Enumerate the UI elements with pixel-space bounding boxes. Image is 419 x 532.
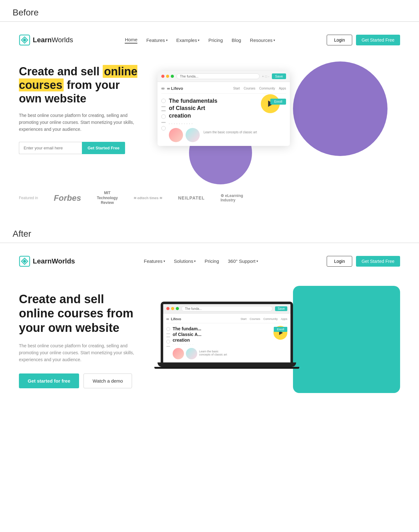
before-section: LearnWorlds Home Features ▾ Examples ▾ P…: [0, 22, 419, 221]
login-button-before[interactable]: Login: [327, 35, 352, 45]
laptop-sidebar-icon-4: [166, 340, 170, 344]
lifevo-name: ∞ Lifevo: [167, 86, 183, 91]
hero-right-after: The funda... Save ∞ Lifevo Start Courses: [158, 286, 400, 418]
get-started-free-button-after[interactable]: Get started for free: [19, 373, 79, 388]
chevron-icon: ▾: [164, 259, 165, 263]
browser-bar: The funda... + □ - Save: [158, 71, 290, 82]
laptop-lifevo-header: ∞ Lifevo Start Courses Community Apps: [166, 317, 287, 323]
laptop-course-title-row: The fundam...of Classic A...creation: [173, 326, 287, 343]
hero-title-after: Create and sell online courses from your…: [19, 292, 139, 335]
nav-pricing-after[interactable]: Pricing: [204, 258, 219, 264]
email-input-before[interactable]: [19, 142, 82, 154]
chevron-icon: ▾: [166, 38, 168, 42]
laptop-course-title: The fundam...of Classic A...creation: [173, 326, 201, 343]
hero-right-before: The funda... + □ - Save ∞ ∞ Lifevo Start: [158, 61, 400, 175]
dot-green: [171, 75, 174, 78]
laptop-avatars: Learn the basicconcepts of classic art: [173, 348, 287, 359]
laptop-content: ∞ Lifevo Start Courses Community Apps: [163, 314, 290, 363]
logo-before[interactable]: LearnWorlds: [19, 34, 73, 46]
laptop-url-bar: The funda...: [181, 306, 273, 311]
laptop-base-bottom: [154, 367, 299, 369]
laptop-container: The funda... Save ∞ Lifevo Start Courses: [161, 302, 400, 369]
laptop-save-button[interactable]: Save: [275, 306, 287, 311]
chevron-icon: ▾: [256, 259, 258, 263]
course-content-area: Enroll The fundamentalsof Classic Artcre…: [161, 97, 286, 142]
sidebar-icon-2: [161, 106, 166, 107]
laptop-avatar-female: [173, 348, 184, 359]
url-bar: The funda...: [176, 73, 260, 79]
lifevo-nav: Start Courses Community Apps: [233, 87, 286, 90]
laptop-nav-courses: Courses: [250, 317, 260, 321]
forbes-logo: Forbes: [54, 193, 81, 203]
nav-features-after[interactable]: Features ▾: [144, 258, 165, 264]
avatars-row: Learn the basic concepts of classic art: [169, 128, 286, 142]
laptop-browser-bar: The funda... Save: [163, 304, 290, 314]
cta-row-after: Get started for free Watch a demo: [19, 373, 139, 388]
hero-after: Create and sell online courses from your…: [19, 286, 400, 418]
lifevo-header: ∞ ∞ Lifevo Start Courses Community Apps: [161, 86, 286, 94]
sidebar-icon-5: [161, 122, 166, 123]
action-icon-box: □: [265, 75, 267, 78]
enroll-area: Enroll: [270, 97, 286, 105]
laptop-enroll-button[interactable]: Enroll: [274, 327, 287, 332]
avatar-male: [186, 128, 200, 142]
action-icon-plus: +: [262, 75, 264, 78]
login-button-after[interactable]: Login: [327, 256, 352, 267]
nav-support-after[interactable]: 360° Support ▾: [228, 258, 258, 264]
lifevo-nav-start: Start: [233, 87, 240, 90]
browser-actions: + □ -: [262, 75, 269, 78]
course-title-row: The fundamentalsof Classic Artcreation: [169, 97, 286, 122]
logo-icon: [19, 34, 30, 46]
chevron-icon: ▾: [194, 259, 196, 263]
course-main-content: Enroll The fundamentalsof Classic Artcre…: [169, 97, 286, 142]
logo-after[interactable]: LearnWorlds: [19, 256, 75, 267]
nav-solutions-after[interactable]: Solutions ▾: [174, 258, 196, 264]
url-text: The funda...: [180, 74, 198, 78]
nav-blog[interactable]: Blog: [232, 38, 241, 43]
laptop-sidebar: [166, 326, 170, 360]
dot-red: [161, 75, 164, 78]
laptop-lifevo-name: Lifevo: [171, 317, 181, 321]
laptop-nav-community: Community: [263, 317, 278, 321]
laptop-base: [158, 362, 296, 367]
get-started-hero-button[interactable]: Get Started Free: [82, 142, 125, 154]
enroll-button[interactable]: Enroll: [270, 99, 286, 105]
email-cta-row: Get Started Free: [19, 142, 139, 154]
browser-mockup-before: The funda... + □ - Save ∞ ∞ Lifevo Start: [158, 71, 290, 146]
laptop-dot-yellow: [171, 307, 174, 310]
sidebar-icon-6: [161, 126, 166, 130]
brand-name-after: LearnWorlds: [33, 257, 75, 265]
edtech-logo: ≋ edtech times ≋: [134, 196, 162, 200]
browser-content: ∞ ∞ Lifevo Start Courses Community Apps: [158, 82, 290, 146]
chevron-icon: ▾: [273, 38, 275, 42]
navbar-after: LearnWorlds Features ▾ Solutions ▾ Prici…: [19, 256, 400, 267]
highlight-text: online courses: [19, 65, 137, 91]
nav-home[interactable]: Home: [125, 37, 137, 43]
lifevo-logo: ∞: [161, 86, 164, 91]
laptop-learn-text: Learn the basicconcepts of classic art: [199, 348, 227, 359]
laptop-dots: [166, 307, 179, 310]
nav-examples[interactable]: Examples ▾: [176, 38, 200, 43]
get-started-button-after[interactable]: Get Started Free: [356, 256, 400, 267]
laptop-main-content: Enroll The fundam...of Classic A...creat…: [173, 326, 287, 360]
sidebar-icon-4: [161, 114, 166, 119]
nav-resources[interactable]: Resources ▾: [250, 38, 275, 43]
after-section: LearnWorlds Features ▾ Solutions ▾ Prici…: [0, 243, 419, 434]
nav-buttons-before: Login Get Started Free: [327, 35, 400, 45]
hero-before: Create and sell online courses from your…: [19, 61, 400, 175]
laptop-sidebar-icon-2: [166, 333, 170, 334]
watch-demo-button[interactable]: Watch a demo: [83, 373, 132, 388]
hero-left-after: Create and sell online courses from your…: [19, 286, 139, 388]
hero-description-before: The best online course platform for crea…: [19, 112, 139, 133]
browser-save-button[interactable]: Save: [272, 73, 286, 79]
nav-pricing[interactable]: Pricing: [208, 38, 223, 43]
laptop-screen: The funda... Save ∞ Lifevo Start Courses: [161, 302, 293, 363]
chevron-icon: ▾: [198, 38, 199, 42]
dot-yellow: [166, 75, 169, 78]
sidebar-icon-3: [161, 110, 166, 111]
nav-features[interactable]: Features ▾: [146, 38, 167, 43]
laptop-sidebar-icon-5: [166, 346, 170, 347]
sidebar-icons-col: [161, 97, 166, 142]
laptop-nav-apps: Apps: [281, 317, 287, 321]
get-started-button-before[interactable]: Get Started Free: [356, 35, 400, 45]
